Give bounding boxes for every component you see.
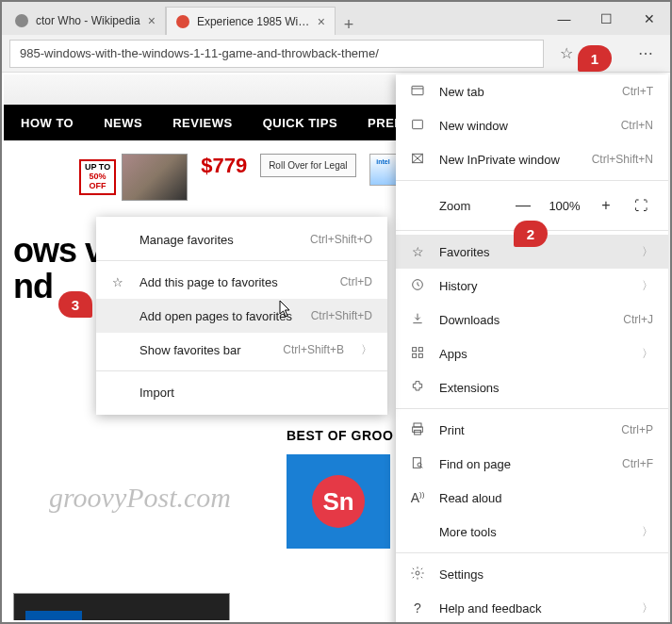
menu-read-aloud[interactable]: A)) Read aloud (396, 481, 668, 515)
intel-badge: intel (369, 154, 398, 186)
maximize-button[interactable]: ☐ (585, 2, 628, 35)
svg-rect-1 (412, 86, 423, 94)
chevron-right-icon: 〉 (642, 346, 653, 362)
menu-settings[interactable]: Settings (396, 557, 668, 591)
globe-icon (15, 14, 28, 27)
zoom-out-button[interactable]: — (504, 197, 542, 214)
new-tab-button[interactable]: + (336, 15, 362, 35)
read-aloud-icon: A)) (409, 490, 426, 505)
nav-item[interactable]: QUICK TIPS (263, 116, 337, 130)
nav-item[interactable]: NEWS (104, 116, 142, 130)
star-icon: ☆ (109, 275, 126, 289)
menu-inprivate[interactable]: New InPrivate window Ctrl+Shift+N (396, 142, 668, 176)
download-icon (409, 311, 426, 329)
print-icon (409, 421, 426, 439)
app-tile[interactable]: Sn (287, 454, 390, 549)
history-icon (409, 277, 426, 295)
apps-icon (409, 345, 426, 363)
zoom-value: 100% (542, 199, 587, 213)
inprivate-icon (409, 151, 426, 169)
tab-groovypost[interactable]: Experience 1985 Windows with t × (166, 7, 336, 35)
svg-rect-9 (418, 353, 422, 357)
svg-rect-6 (413, 347, 417, 351)
site-favicon (176, 15, 189, 28)
svg-rect-7 (418, 347, 422, 351)
address-bar: 985-windows-with-the-windows-1-11-game-a… (2, 35, 670, 73)
svg-point-16 (416, 571, 419, 575)
submenu-import[interactable]: Import (96, 375, 387, 409)
chevron-right-icon: 〉 (361, 342, 372, 358)
songkick-icon: Sn (312, 475, 365, 528)
minimize-button[interactable]: — (543, 2, 585, 35)
svg-rect-8 (413, 353, 417, 357)
window-controls: — ☐ ✕ (543, 2, 670, 35)
find-icon (409, 455, 426, 473)
nav-item[interactable]: REVIEWS (172, 116, 232, 130)
extensions-icon (409, 379, 426, 397)
tab-strip: ctor Who - Wikipedia × Experience 1985 W… (2, 2, 543, 35)
menu-new-tab[interactable]: New tab Ctrl+T (396, 74, 668, 108)
window-icon (409, 117, 426, 135)
tab-label: ctor Who - Wikipedia (36, 14, 140, 27)
chevron-right-icon: 〉 (642, 524, 653, 540)
settings-menu: New tab Ctrl+T New window Ctrl+N New InP… (396, 74, 668, 624)
chevron-right-icon: 〉 (642, 278, 653, 294)
svg-rect-3 (413, 120, 423, 128)
close-icon[interactable]: × (318, 14, 325, 29)
ad-laptop[interactable]: UP TO 50% OFF (79, 154, 188, 201)
fullscreen-button[interactable]: ⛶ (625, 198, 657, 213)
zoom-in-button[interactable]: + (587, 197, 625, 214)
rollover-label: Roll Over for Legal (260, 154, 355, 177)
menu-downloads[interactable]: Downloads Ctrl+J (396, 303, 668, 337)
submenu-show-favorites-bar[interactable]: Show favorites bar Ctrl+Shift+B 〉 (96, 333, 387, 367)
callout-1: 1 (578, 45, 612, 72)
menu-print[interactable]: Print Ctrl+P (396, 413, 668, 447)
chevron-right-icon: 〉 (642, 244, 653, 260)
close-window-button[interactable]: ✕ (628, 2, 670, 35)
callout-3: 3 (58, 291, 92, 318)
settings-menu-button[interactable]: ⋯ (629, 39, 663, 69)
menu-find[interactable]: Find on page Ctrl+F (396, 447, 668, 481)
svg-rect-10 (414, 423, 421, 427)
url-field[interactable]: 985-windows-with-the-windows-1-11-game-a… (9, 40, 544, 68)
submenu-manage-favorites[interactable]: Manage favorites Ctrl+Shift+O (96, 222, 387, 256)
chevron-right-icon: 〉 (642, 600, 653, 616)
menu-history[interactable]: History 〉 (396, 269, 668, 303)
close-icon[interactable]: × (148, 13, 156, 28)
nav-item[interactable]: HOW TO (21, 116, 74, 130)
menu-apps[interactable]: Apps 〉 (396, 337, 668, 370)
star-icon: ☆ (409, 244, 426, 259)
favorites-submenu: Manage favorites Ctrl+Shift+O ☆ Add this… (96, 217, 387, 415)
tab-wikipedia[interactable]: ctor Who - Wikipedia × (6, 7, 166, 35)
submenu-add-this-page[interactable]: ☆ Add this page to favorites Ctrl+D (96, 265, 387, 299)
tab-label: Experience 1985 Windows with t (197, 15, 310, 28)
discount-badge: UP TO 50% OFF (79, 159, 116, 195)
price-label: $779 (201, 154, 247, 178)
laptop-image (122, 154, 188, 201)
menu-new-window[interactable]: New window Ctrl+N (396, 108, 668, 142)
title-bar: ctor Who - Wikipedia × Experience 1985 W… (2, 2, 670, 35)
callout-2: 2 (514, 221, 548, 247)
gear-icon (409, 566, 426, 583)
mouse-cursor (279, 300, 292, 319)
thumbnail-image[interactable] (13, 593, 230, 620)
help-icon: ? (409, 600, 426, 616)
menu-help[interactable]: ? Help and feedback 〉 (396, 591, 668, 624)
thumbnail-row (13, 593, 230, 620)
new-tab-icon (409, 83, 426, 101)
menu-more-tools[interactable]: More tools 〉 (396, 515, 668, 549)
submenu-add-open-pages[interactable]: Add open pages to favorites Ctrl+Shift+D (96, 299, 387, 333)
menu-extensions[interactable]: Extensions (396, 370, 668, 404)
watermark: groovyPost.com (49, 482, 231, 514)
